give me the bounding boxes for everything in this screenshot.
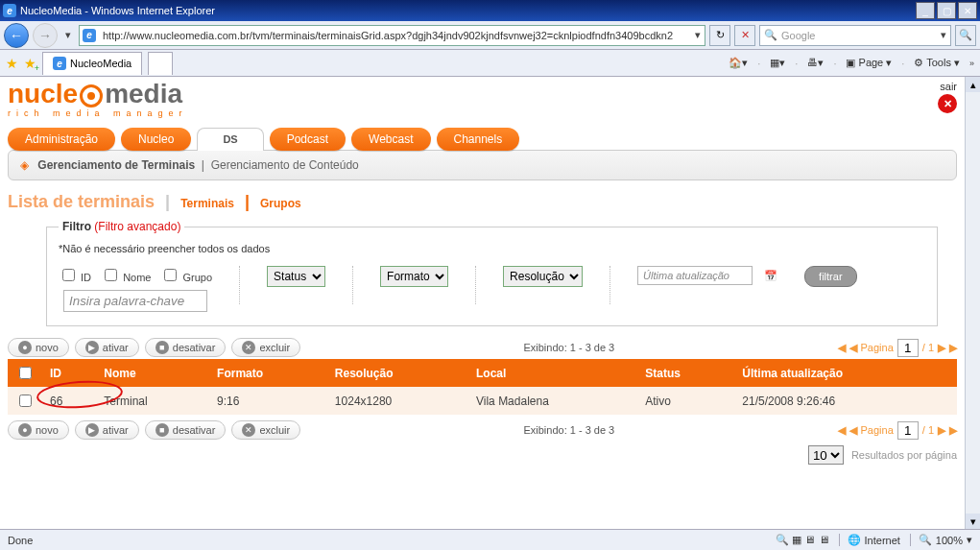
- chk-nome[interactable]: Nome: [101, 266, 151, 284]
- rss-icon[interactable]: ▦▾: [770, 57, 785, 69]
- page-menu[interactable]: ▣ Page ▾: [846, 57, 892, 69]
- results-per-page-label: Resultados por página: [851, 449, 957, 461]
- pager-bottom: ◀ ◀ Pagina / 1 ▶ ▶: [838, 421, 958, 440]
- subnav-conteudo[interactable]: Gerenciamento de Conteúdo: [211, 158, 359, 172]
- page-heading: Lista de terminais | Terminais | Grupos: [8, 192, 957, 212]
- calendar-icon[interactable]: 📅: [764, 270, 777, 282]
- col-status[interactable]: Status: [637, 359, 734, 387]
- excluir-button-bottom[interactable]: ✕excluir: [231, 420, 300, 440]
- back-button[interactable]: ←: [4, 23, 29, 48]
- globe-icon: [80, 84, 103, 108]
- row-checkbox[interactable]: [19, 395, 32, 407]
- col-resolucao[interactable]: Resolução: [327, 359, 468, 387]
- pager-input[interactable]: [897, 339, 919, 357]
- table-row[interactable]: 66 Terminal 9:16 1024x1280 Vila Madalena…: [8, 387, 957, 415]
- ativar-button[interactable]: ▶ativar: [75, 338, 139, 357]
- keyword-input[interactable]: [63, 290, 207, 312]
- select-all-checkbox[interactable]: [19, 367, 32, 379]
- chk-id[interactable]: ID: [59, 266, 91, 284]
- new-tab-button[interactable]: [148, 52, 173, 75]
- tab-administracao[interactable]: Administração: [8, 128, 115, 151]
- col-ultima[interactable]: Última atualização: [734, 359, 957, 387]
- showing-text-bottom: Exibindo: 1 - 3 de 3: [523, 424, 614, 436]
- tab-podcast[interactable]: Podcast: [270, 128, 346, 151]
- col-local[interactable]: Local: [468, 359, 637, 387]
- ativar-button-bottom[interactable]: ▶ativar: [75, 420, 139, 440]
- col-formato[interactable]: Formato: [209, 359, 327, 387]
- desativar-button-bottom[interactable]: ■desativar: [145, 420, 227, 440]
- window-titlebar: e NucleoMedia - Windows Internet Explore…: [0, 0, 980, 21]
- tools-menu[interactable]: ⚙ Tools ▾: [914, 57, 960, 69]
- date-input[interactable]: Última atualização: [637, 266, 753, 285]
- exit-button[interactable]: ✕: [938, 94, 957, 113]
- browser-tab[interactable]: e NucleoMedia: [42, 52, 142, 75]
- filter-hint: *Não é necessário preencher todos os dad…: [59, 243, 925, 254]
- main-tabs: Administração Nucleo DS Podcast Webcast …: [8, 128, 957, 151]
- home-icon[interactable]: 🏠▾: [729, 57, 748, 69]
- subtab-terminais[interactable]: Terminais: [180, 197, 234, 210]
- nav-history-dropdown[interactable]: ▾: [61, 29, 75, 41]
- excluir-button[interactable]: ✕excluir: [231, 338, 300, 357]
- formato-select[interactable]: Formato: [380, 266, 448, 287]
- stop-button[interactable]: ✕: [734, 25, 755, 46]
- chk-grupo[interactable]: Grupo: [160, 266, 212, 284]
- search-provider-icon: 🔍: [760, 29, 781, 41]
- scroll-up-icon[interactable]: ▴: [966, 77, 980, 92]
- pager-first[interactable]: ◀: [838, 342, 846, 354]
- browser-nav: ← → ▾ e http://www.nucleomedia.com.br/tv…: [0, 21, 980, 50]
- scroll-down-icon[interactable]: ▾: [966, 514, 980, 529]
- ie-icon: e: [3, 4, 16, 17]
- url-dropdown[interactable]: ▾: [691, 29, 705, 41]
- pager-next-b[interactable]: ▶: [938, 424, 945, 437]
- pager-prev-b[interactable]: ◀: [849, 424, 857, 437]
- novo-button-bottom[interactable]: ●novo: [8, 420, 69, 440]
- tab-nucleo[interactable]: Nucleo: [121, 128, 191, 151]
- vertical-scrollbar[interactable]: ▴ ▾: [965, 77, 980, 529]
- advanced-filter-link[interactable]: (Filtro avançado): [94, 220, 180, 233]
- pager-last[interactable]: ▶: [949, 342, 957, 354]
- pager-first-b[interactable]: ◀: [838, 424, 846, 437]
- subnav-terminais[interactable]: Gerenciamento de Terminais: [37, 158, 195, 172]
- tab-webcast[interactable]: Webcast: [351, 128, 430, 151]
- address-bar[interactable]: e http://www.nucleomedia.com.br/tvm/term…: [79, 25, 705, 46]
- zoom-control[interactable]: 🔍 100% ▾: [910, 534, 972, 546]
- close-window-button[interactable]: ✕: [958, 2, 977, 19]
- novo-button[interactable]: ●novo: [8, 338, 69, 357]
- tab-ds[interactable]: DS: [197, 128, 263, 151]
- tab-favicon: e: [53, 57, 66, 70]
- toolbar-expand[interactable]: »: [969, 59, 974, 68]
- col-nome[interactable]: Nome: [96, 359, 209, 387]
- browser-toolbar: ★ ★+ e NucleoMedia 🏠▾ · ▦▾ · 🖶▾ · ▣ Page…: [0, 50, 980, 77]
- col-id[interactable]: ID: [42, 359, 96, 387]
- showing-text: Exibindo: 1 - 3 de 3: [523, 342, 614, 353]
- resolucao-select[interactable]: Resolução: [503, 266, 583, 287]
- security-zone[interactable]: 🌐 Internet: [839, 534, 900, 546]
- maximize-button[interactable]: ▢: [937, 2, 956, 19]
- add-favorite-icon[interactable]: ★+: [24, 56, 36, 71]
- status-select[interactable]: Status: [267, 266, 325, 287]
- pager-input-b[interactable]: [897, 421, 919, 440]
- results-per-page-select[interactable]: 10: [808, 445, 844, 465]
- subtab-grupos[interactable]: Grupos: [260, 197, 301, 210]
- pager-last-b[interactable]: ▶: [949, 424, 957, 437]
- desativar-button[interactable]: ■desativar: [145, 338, 227, 357]
- tab-channels[interactable]: Channels: [437, 128, 520, 151]
- status-icons: 🔍 ▦ 🖥 🖥: [776, 534, 828, 546]
- pager-next[interactable]: ▶: [938, 342, 945, 354]
- filter-button[interactable]: filtrar: [804, 266, 856, 287]
- tab-title: NucleoMedia: [70, 58, 131, 69]
- filter-panel: Filtro (Filtro avançado) *Não é necessár…: [46, 220, 938, 326]
- search-dropdown[interactable]: ▾: [937, 29, 950, 41]
- exit-label: sair: [938, 81, 957, 92]
- print-icon[interactable]: 🖶▾: [807, 57, 824, 69]
- search-go-button[interactable]: 🔍: [955, 25, 976, 46]
- refresh-button[interactable]: ↻: [709, 25, 730, 46]
- minimize-button[interactable]: _: [916, 2, 935, 19]
- pager-prev[interactable]: ◀: [849, 342, 857, 354]
- favorites-icon[interactable]: ★: [6, 56, 18, 71]
- url-text: http://www.nucleomedia.com.br/tvm/termin…: [99, 30, 691, 41]
- search-box[interactable]: 🔍 Google ▾: [759, 25, 951, 46]
- terminals-table: ID Nome Formato Resolução Local Status Ú…: [8, 359, 957, 415]
- sub-navigation: ◈ Gerenciamento de Terminais | Gerenciam…: [8, 150, 957, 180]
- window-title: NucleoMedia - Windows Internet Explorer: [20, 5, 215, 16]
